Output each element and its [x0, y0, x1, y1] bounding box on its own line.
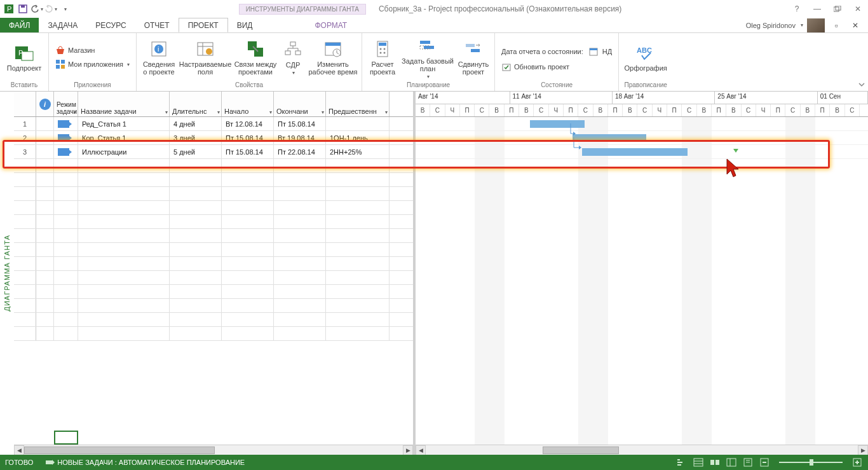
grid-cell[interactable]	[170, 327, 222, 340]
update-project-button[interactable]: Обновить проект	[499, 60, 614, 73]
grid-cell[interactable]: Кор_Статья 1	[78, 131, 170, 144]
ribbon-collapse-arrow[interactable]	[855, 78, 868, 91]
grid-cell[interactable]	[222, 313, 274, 326]
grid-cell[interactable]	[326, 173, 390, 186]
grid-scroll-h[interactable]: ◀ ▶	[14, 445, 413, 455]
grid-cell[interactable]: Пт 15.08.14	[274, 117, 326, 130]
indicator-header[interactable]: i	[36, 92, 54, 116]
grid-cell[interactable]: 3 дней	[170, 131, 222, 144]
grid-cell[interactable]	[14, 271, 36, 284]
finish-header[interactable]: Окончани▾	[274, 92, 326, 116]
table-row[interactable]	[14, 159, 413, 173]
grid-cell[interactable]	[36, 257, 54, 270]
app-icon[interactable]: P	[3, 3, 15, 15]
grid-cell[interactable]	[54, 243, 78, 256]
table-row[interactable]	[14, 271, 413, 285]
view-taskusage-icon[interactable]	[693, 457, 704, 467]
scroll-right-icon[interactable]: ▶	[403, 445, 413, 455]
restore-button[interactable]	[830, 3, 845, 15]
grid-cell[interactable]	[54, 159, 78, 172]
grid-cell[interactable]	[36, 145, 54, 158]
grid-cell[interactable]	[326, 313, 390, 326]
report-tab[interactable]: ОТЧЕТ	[135, 18, 179, 32]
grid-cell[interactable]	[326, 201, 390, 214]
grid-cell[interactable]: 1	[14, 117, 36, 130]
change-worktime-button[interactable]: Изменить рабочее время	[308, 35, 358, 79]
view-side-label[interactable]: ДИАГРАММА ГАНТА	[0, 92, 14, 455]
task-bar[interactable]	[582, 148, 688, 156]
grid-cell[interactable]	[222, 201, 274, 214]
grid-cell[interactable]	[78, 257, 170, 270]
zoom-thumb[interactable]	[810, 459, 813, 466]
grid-cell[interactable]	[326, 159, 390, 172]
redo-icon[interactable]: ▾	[44, 3, 57, 15]
grid-cell[interactable]	[326, 257, 390, 270]
grid-cell[interactable]	[54, 131, 78, 144]
grid-cell[interactable]	[36, 327, 54, 340]
table-row[interactable]	[14, 201, 413, 215]
help-icon[interactable]: ?	[789, 3, 804, 15]
table-row[interactable]	[14, 187, 413, 201]
grid-cell[interactable]	[222, 159, 274, 172]
table-row[interactable]	[14, 285, 413, 299]
grid-cell[interactable]	[14, 201, 36, 214]
duration-header[interactable]: Длительнс▾	[170, 92, 222, 116]
grid-cell[interactable]	[170, 271, 222, 284]
calculate-button[interactable]: Расчет проекта	[366, 35, 399, 79]
grid-cell[interactable]	[54, 313, 78, 326]
gantt-scroll-h[interactable]: ◀ ▶	[416, 445, 868, 455]
grid-cell[interactable]: Ред_Статья 1	[78, 117, 170, 130]
grid-cell[interactable]	[326, 327, 390, 340]
grid-cell[interactable]	[36, 117, 54, 130]
grid-cell[interactable]	[36, 229, 54, 242]
grid-cell[interactable]	[78, 327, 170, 340]
grid-cell[interactable]	[54, 271, 78, 284]
wbs-button[interactable]: СДР▾	[280, 35, 306, 79]
calendar-small-icon[interactable]	[588, 46, 599, 57]
grid-cell[interactable]	[36, 313, 54, 326]
grid-cell[interactable]	[54, 201, 78, 214]
file-tab[interactable]: ФАЙЛ	[0, 18, 39, 32]
grid-cell[interactable]	[78, 271, 170, 284]
grid-cell[interactable]	[274, 299, 326, 312]
close-button[interactable]: ✕	[850, 3, 865, 15]
grid-cell[interactable]	[274, 313, 326, 326]
grid-cell[interactable]	[78, 285, 170, 298]
task-tab[interactable]: ЗАДАЧА	[39, 18, 86, 32]
grid-cell[interactable]	[326, 117, 390, 130]
start-header[interactable]: Начало▾	[222, 92, 274, 116]
grid-cell[interactable]	[36, 173, 54, 186]
project-links-button[interactable]: Связи между проектами	[233, 35, 278, 79]
grid-cell[interactable]	[170, 285, 222, 298]
project-info-button[interactable]: iСведения о проекте	[140, 35, 177, 79]
grid-cell[interactable]	[274, 187, 326, 200]
grid-cell[interactable]: 3	[14, 145, 36, 158]
grid-cell[interactable]	[78, 229, 170, 242]
grid-cell[interactable]: Вт 19.08.14	[274, 131, 326, 144]
grid-cell[interactable]	[170, 229, 222, 242]
grid-cell[interactable]	[274, 327, 326, 340]
spelling-button[interactable]: ABCОрфография	[623, 35, 668, 79]
view-report-icon[interactable]	[742, 457, 754, 467]
grid-cell[interactable]	[78, 201, 170, 214]
grid-cell[interactable]	[326, 271, 390, 284]
grid-cell[interactable]	[170, 187, 222, 200]
grid-cell[interactable]	[14, 187, 36, 200]
grid-cell[interactable]	[78, 187, 170, 200]
grid-cell[interactable]	[326, 229, 390, 242]
view-resourcesheet-icon[interactable]	[726, 457, 737, 467]
grid-cell[interactable]	[54, 257, 78, 270]
subproject-button[interactable]: P Подпроект	[4, 35, 44, 79]
grid-cell[interactable]: 2НН+25%	[326, 145, 390, 158]
grid-cell[interactable]	[78, 173, 170, 186]
grid-cell[interactable]	[274, 215, 326, 228]
grid-cell[interactable]	[170, 215, 222, 228]
status-date-value[interactable]: НД	[602, 48, 612, 55]
mdi-close-icon[interactable]: ✕	[848, 19, 863, 32]
grid-cell[interactable]	[36, 299, 54, 312]
grid-cell[interactable]	[54, 327, 78, 340]
scroll-right-icon[interactable]: ▶	[858, 445, 868, 455]
scroll-thumb[interactable]	[24, 446, 215, 454]
grid-cell[interactable]	[14, 285, 36, 298]
grid-cell[interactable]	[54, 145, 78, 158]
